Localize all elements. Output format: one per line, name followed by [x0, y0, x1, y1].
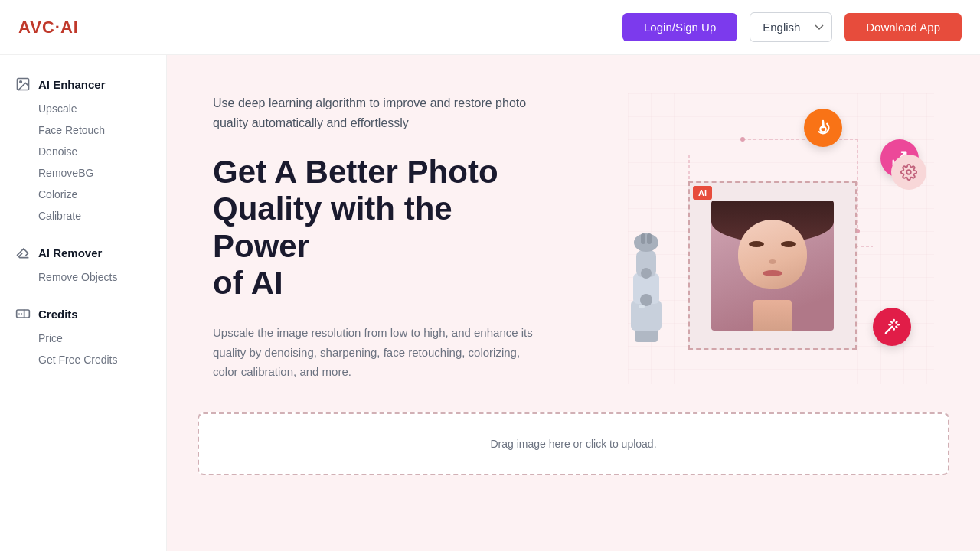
settings-icon: [900, 164, 917, 181]
svg-rect-2: [17, 310, 30, 318]
robot-svg: [589, 220, 704, 357]
lips: [763, 270, 782, 276]
login-button[interactable]: Login/Sign Up: [622, 13, 737, 41]
left-eye: [749, 241, 764, 247]
photo-container: AI: [688, 135, 857, 350]
sidebar-section-title-enhancer: AI Enhancer: [38, 78, 106, 91]
logo-text: AVC·AI: [18, 18, 79, 37]
sidebar-items-remover: Remove Objects: [0, 266, 166, 288]
svg-point-18: [640, 294, 652, 306]
hero-image-area: AI: [565, 93, 934, 369]
sidebar-section-header-credits[interactable]: Credits: [0, 300, 166, 328]
face: [738, 220, 807, 289]
sidebar-section-ai-enhancer: AI Enhancer Upscale Face Retouch Denoise…: [0, 70, 166, 227]
main-content: Use deep learning algorithm to improve a…: [167, 55, 980, 405]
ticket-icon: [15, 306, 31, 321]
right-eye: [781, 241, 796, 247]
fab-purple[interactable]: [873, 308, 911, 346]
heading-line2: Quality with the Power: [213, 191, 452, 263]
header-right: Login/Sign Up English 中文 日本語 한국어 Françai…: [622, 12, 962, 42]
sidebar-item-price[interactable]: Price: [38, 328, 166, 349]
sidebar-item-remove-objects[interactable]: Remove Objects: [38, 266, 166, 288]
main-content-area: Use deep learning algorithm to improve a…: [167, 55, 980, 551]
svg-point-1: [20, 81, 21, 83]
sidebar-items-credits: Price Get Free Credits: [0, 328, 166, 370]
heading-line1: Get A Better Photo: [213, 154, 498, 190]
neck: [753, 300, 792, 331]
portrait-image: [711, 201, 834, 331]
photo-frame: AI: [688, 181, 857, 350]
layout: AI Enhancer Upscale Face Retouch Denoise…: [0, 55, 980, 551]
svg-point-21: [820, 126, 825, 132]
subtitle-text: Use deep learning algorithm to improve a…: [213, 93, 534, 132]
upload-area[interactable]: Drag image here or click to upload.: [198, 412, 949, 475]
sidebar-item-upscale[interactable]: Upscale: [38, 98, 166, 119]
sidebar-section-ai-remover: AI Remover Remove Objects: [0, 239, 166, 288]
sidebar: AI Enhancer Upscale Face Retouch Denoise…: [0, 55, 167, 551]
ai-badge: AI: [693, 186, 712, 200]
wand-icon: [884, 318, 900, 335]
right-action-cluster: [891, 155, 926, 190]
svg-rect-20: [639, 305, 645, 308]
sidebar-section-title-credits: Credits: [38, 308, 78, 321]
sidebar-section-credits: Credits Price Get Free Credits: [0, 300, 166, 370]
sidebar-section-header-remover[interactable]: AI Remover: [0, 239, 166, 266]
image-icon: [15, 77, 31, 92]
sidebar-section-title-remover: AI Remover: [38, 246, 102, 259]
heading-line3: of AI: [213, 265, 283, 301]
fab-orange[interactable]: [804, 109, 842, 147]
svg-point-24: [906, 170, 911, 174]
sidebar-item-get-free-credits[interactable]: Get Free Credits: [38, 349, 166, 370]
upload-text: Drag image here or click to upload.: [490, 438, 656, 450]
svg-point-19: [641, 268, 652, 279]
sidebar-item-denoise[interactable]: Denoise: [38, 141, 166, 162]
sidebar-item-calibrate[interactable]: Calibrate: [38, 205, 166, 227]
sidebar-items-enhancer: Upscale Face Retouch Denoise RemoveBG Co…: [0, 98, 166, 227]
language-select[interactable]: English 中文 日本語 한국어 Français Español: [750, 12, 832, 42]
robot-arm-area: [589, 220, 704, 357]
text-section: Use deep learning algorithm to improve a…: [213, 93, 534, 382]
svg-point-15: [634, 233, 658, 252]
download-app-button[interactable]: Download App: [844, 13, 962, 41]
sidebar-section-header-enhancer[interactable]: AI Enhancer: [0, 70, 166, 98]
description-text: Upscale the image resolution from low to…: [213, 323, 534, 382]
paint-icon: [815, 119, 831, 136]
svg-rect-16: [641, 233, 645, 244]
sidebar-item-face-retouch[interactable]: Face Retouch: [38, 119, 166, 141]
sidebar-item-colorize[interactable]: Colorize: [38, 184, 166, 205]
nose: [769, 259, 776, 264]
svg-rect-17: [647, 233, 652, 244]
eraser-icon: [15, 245, 31, 260]
settings-circle[interactable]: [891, 155, 926, 190]
main-heading: Get A Better Photo Quality with the Powe…: [213, 154, 534, 302]
logo: AVC·AI: [18, 18, 79, 37]
header: AVC·AI Login/Sign Up English 中文 日本語 한국어 …: [0, 0, 980, 55]
sidebar-item-removebg[interactable]: RemoveBG: [38, 162, 166, 184]
